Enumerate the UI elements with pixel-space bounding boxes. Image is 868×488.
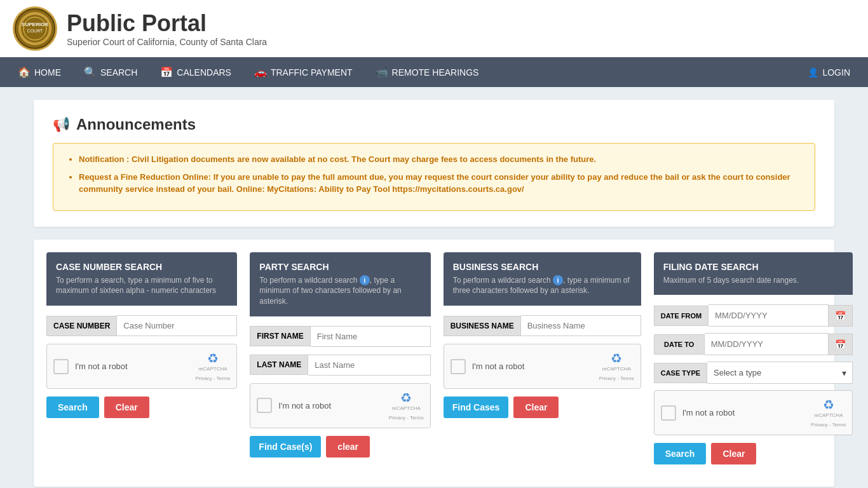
party-info-icon[interactable]: i [360, 275, 370, 285]
first-name-row: FIRST NAME [250, 326, 430, 347]
main-nav: 🏠 HOME 🔍 SEARCH 📅 CALENDARS 🚗 TRAFFIC PA… [0, 57, 868, 87]
nav-search[interactable]: 🔍 SEARCH [72, 57, 149, 87]
search-icon: 🔍 [84, 66, 97, 78]
case-number-panel: CASE NUMBER SEARCH To perform a search, … [46, 252, 237, 475]
nav-calendars[interactable]: 📅 CALENDARS [149, 57, 243, 87]
last-name-label: LAST NAME [250, 355, 308, 375]
announcements-header: 📢 Announcements [53, 116, 815, 133]
recaptcha-logo-1: ♻ reCAPTCHA Privacy - Terms [195, 351, 230, 382]
party-search-header: PARTY SEARCH To perform a wildcard searc… [250, 252, 430, 316]
date-to-input[interactable] [705, 333, 829, 355]
case-number-label: CASE NUMBER [46, 316, 117, 336]
svg-text:COURT: COURT [27, 29, 43, 33]
date-from-row: DATE FROM 📅 [654, 304, 853, 327]
case-number-title: CASE NUMBER SEARCH [56, 262, 227, 272]
nav-remote-label: REMOTE HEARINGS [392, 67, 479, 78]
portal-subtitle: Superior Court of California, County of … [67, 37, 267, 47]
business-info-icon[interactable]: i [553, 275, 563, 285]
business-name-label: BUSINESS NAME [444, 316, 521, 336]
party-search-desc: To perform a wildcard search i, type a m… [259, 275, 421, 307]
home-icon: 🏠 [18, 66, 31, 78]
business-search-body: BUSINESS NAME I'm not a robot ♻ reCAPTCH… [444, 306, 641, 428]
video-icon: 📹 [376, 66, 388, 78]
nav-search-label: SEARCH [100, 67, 137, 78]
announcements-box: Notification : Civil Litigation document… [53, 143, 815, 211]
nav-traffic[interactable]: 🚗 TRAFFIC PAYMENT [243, 57, 364, 87]
announcements-card: 📢 Announcements Notification : Civil Lit… [34, 100, 834, 227]
business-search-header: BUSINESS SEARCH To perform a wildcard se… [444, 252, 641, 306]
business-search-title: BUSINESS SEARCH [453, 262, 632, 272]
filing-date-buttons: Search Clear [654, 443, 853, 464]
recaptcha-checkbox-3[interactable] [451, 359, 466, 374]
case-number-clear-btn[interactable]: Clear [104, 396, 149, 418]
user-icon: 👤 [808, 67, 818, 78]
nav-remote[interactable]: 📹 REMOTE HEARINGS [364, 57, 491, 87]
date-from-label: DATE FROM [654, 306, 709, 326]
business-name-row: BUSINESS NAME [444, 315, 641, 336]
calendar-icon: 📅 [160, 66, 173, 78]
business-search-buttons: Find Cases Clear [444, 396, 641, 418]
recaptcha-logo-2: ♻ reCAPTCHA Privacy - Terms [389, 390, 424, 421]
case-type-label: CASE TYPE [654, 363, 707, 383]
recaptcha-checkbox-1[interactable] [53, 359, 69, 374]
header: SUPERIOR COURT Public Portal Superior Co… [0, 0, 868, 57]
party-find-btn[interactable]: Find Case(s) [250, 436, 321, 458]
party-clear-btn[interactable]: clear [326, 436, 370, 458]
case-number-search-btn[interactable]: Search [46, 396, 99, 418]
announcements-title-text: Announcements [76, 116, 196, 133]
search-sections: CASE NUMBER SEARCH To perform a search, … [34, 240, 834, 487]
nav-home-label: HOME [34, 67, 61, 78]
date-from-calendar-btn[interactable]: 📅 [829, 305, 853, 327]
case-number-input-row: CASE NUMBER [46, 315, 237, 336]
business-recaptcha: I'm not a robot ♻ reCAPTCHA Privacy - Te… [444, 344, 641, 389]
first-name-input[interactable] [311, 326, 431, 347]
recaptcha-checkbox-2[interactable] [257, 398, 272, 413]
nav-login-label: LOGIN [822, 67, 850, 78]
date-to-row: DATE TO 📅 [654, 333, 853, 355]
party-search-title: PARTY SEARCH [259, 262, 421, 272]
business-clear-btn[interactable]: Clear [513, 396, 559, 418]
party-search-panel: PARTY SEARCH To perform a wildcard searc… [250, 252, 430, 475]
announcements-list: Notification : Civil Litigation document… [66, 153, 802, 196]
first-name-label: FIRST NAME [250, 326, 310, 346]
last-name-row: LAST NAME [250, 355, 430, 376]
case-number-input[interactable] [117, 315, 237, 336]
portal-title: Public Portal [67, 10, 267, 37]
party-search-buttons: Find Case(s) clear [250, 436, 430, 458]
party-recaptcha: I'm not a robot ♻ reCAPTCHA Privacy - Te… [250, 383, 430, 428]
case-number-header: CASE NUMBER SEARCH To perform a search, … [46, 252, 237, 306]
filing-date-body: DATE FROM 📅 DATE TO 📅 CASE TYPE Select a… [654, 295, 853, 474]
recaptcha-label-3: I'm not a robot [472, 362, 525, 371]
filing-date-panel: FILING DATE SEARCH Maximum of 5 days sea… [654, 252, 853, 475]
recaptcha-label-2: I'm not a robot [278, 401, 331, 410]
date-from-input[interactable] [709, 304, 829, 327]
recaptcha-logo-3: ♻ reCAPTCHA Privacy - Terms [599, 351, 634, 382]
date-to-label: DATE TO [654, 334, 705, 355]
filing-clear-btn[interactable]: Clear [711, 443, 756, 464]
last-name-input[interactable] [308, 355, 430, 376]
filing-date-desc: Maximum of 5 days search date ranges. [663, 275, 844, 286]
court-logo: SUPERIOR COURT [13, 6, 57, 51]
case-number-desc: To perform a search, type a minimum of f… [56, 275, 227, 297]
filing-date-header: FILING DATE SEARCH Maximum of 5 days sea… [654, 252, 853, 295]
nav-calendars-label: CALENDARS [177, 67, 231, 78]
filing-date-title: FILING DATE SEARCH [663, 262, 844, 272]
case-number-recaptcha: I'm not a robot ♻ reCAPTCHA Privacy - Te… [46, 344, 237, 389]
business-find-btn[interactable]: Find Cases [444, 396, 509, 418]
recaptcha-checkbox-4[interactable] [661, 405, 676, 421]
date-to-calendar-btn[interactable]: 📅 [829, 334, 853, 355]
main-content: 📢 Announcements Notification : Civil Lit… [21, 100, 847, 487]
nav-home[interactable]: 🏠 HOME [6, 57, 72, 87]
case-number-body: CASE NUMBER I'm not a robot ♻ reCAPTCHA … [46, 306, 237, 428]
case-type-select[interactable]: Select a type [707, 362, 853, 384]
megaphone-icon: 📢 [53, 116, 70, 133]
nav-login[interactable]: 👤 LOGIN [796, 58, 862, 86]
filing-search-btn[interactable]: Search [654, 443, 707, 464]
business-name-input[interactable] [521, 315, 641, 336]
car-icon: 🚗 [254, 66, 267, 78]
case-type-select-wrapper: Select a type [707, 362, 853, 384]
header-title-block: Public Portal Superior Court of Californ… [67, 10, 267, 47]
recaptcha-label-4: I'm not a robot [682, 408, 735, 417]
business-search-desc: To perform a wildcard search i, type a m… [453, 275, 632, 297]
filing-recaptcha: I'm not a robot ♻ reCAPTCHA Privacy - Te… [654, 390, 853, 435]
